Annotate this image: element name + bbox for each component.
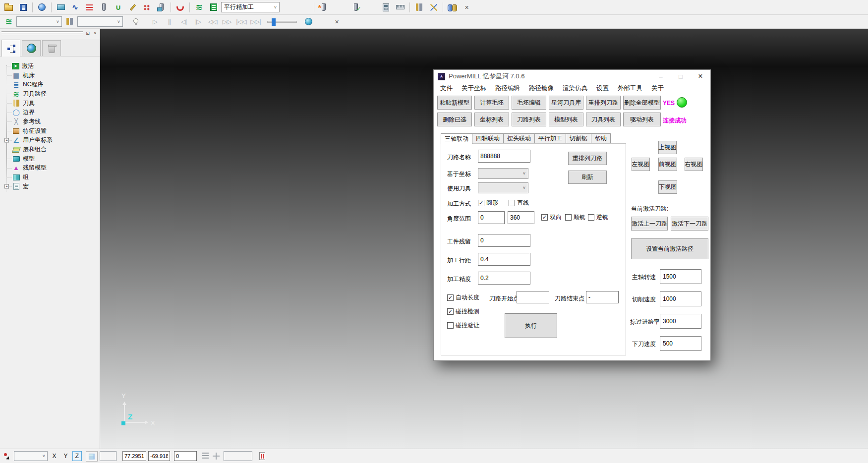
coord-z-input[interactable] — [174, 451, 197, 461]
view-left-button[interactable]: 左视图 — [632, 158, 650, 171]
expand-icon[interactable] — [4, 138, 9, 142]
axis-x-button[interactable]: X — [50, 451, 59, 461]
tree-item-levels[interactable]: 层和组合 — [3, 145, 100, 154]
use-tool-combo[interactable]: ˅ — [478, 182, 528, 193]
viewmill-coil-icon[interactable] — [192, 1, 206, 13]
drive-list-button[interactable]: 驱动列表 — [623, 113, 661, 126]
circle-checkbox[interactable] — [478, 200, 484, 206]
tab-3axis[interactable]: 三轴联动 — [441, 133, 472, 144]
auto-length-checkbox[interactable] — [447, 294, 454, 301]
panel-grip[interactable]: ⊡ × — [0, 29, 100, 39]
go-end-button[interactable]: ▷▷| — [249, 16, 262, 28]
axis-y-button[interactable]: Y — [61, 451, 70, 461]
lightbulb-icon[interactable] — [129, 16, 142, 28]
tab-parallel[interactable]: 平行加工 — [534, 133, 566, 144]
collision-avoid-checkbox[interactable] — [447, 322, 454, 329]
menu-path-mirror[interactable]: 路径镜像 — [524, 84, 558, 93]
save-icon[interactable] — [16, 1, 30, 13]
tree-item-stock-model[interactable]: 残留模型 — [3, 164, 100, 173]
snap-field[interactable] — [100, 451, 116, 461]
tool-pair-icon[interactable] — [412, 1, 426, 13]
plunge-input[interactable] — [660, 336, 701, 351]
coord-y-input[interactable] — [148, 451, 170, 461]
tree-item-macro[interactable]: 宏 — [3, 182, 100, 191]
tab-help[interactable]: 帮助 — [591, 133, 611, 144]
climb-checkbox[interactable] — [565, 214, 572, 221]
axis-z-button[interactable]: Z — [72, 451, 82, 461]
points-icon[interactable] — [140, 1, 154, 13]
view-bottom-button[interactable]: 下视图 — [658, 180, 677, 194]
toolpath-create-icon[interactable] — [68, 1, 82, 13]
cutting-input[interactable] — [660, 291, 701, 306]
minimize-icon[interactable] — [651, 70, 671, 83]
calculator-icon[interactable] — [379, 1, 393, 13]
locate-icon[interactable] — [213, 453, 220, 460]
tree-item-workplane[interactable]: 用户坐标系 — [3, 136, 100, 145]
expand-icon[interactable] — [4, 184, 9, 189]
block-icon[interactable] — [54, 1, 67, 13]
slider-knob[interactable] — [272, 18, 276, 26]
speed-slider[interactable] — [267, 21, 297, 23]
bidirectional-checkbox[interactable] — [541, 214, 548, 221]
tree-item-group[interactable]: 组 — [3, 173, 100, 182]
menu-external-tools[interactable]: 外部工具 — [613, 84, 647, 93]
tree-item-tool[interactable]: 刀具 — [3, 99, 100, 108]
tool-block-icon[interactable] — [155, 1, 168, 13]
blue-sphere-icon[interactable] — [35, 1, 49, 13]
close-icon[interactable] — [691, 70, 710, 83]
go-start-button[interactable]: |◁◁ — [234, 16, 248, 28]
tool-library-button[interactable]: 星河刀具库 — [549, 96, 583, 110]
menu-about[interactable]: 关于 — [647, 84, 668, 93]
fast-forward-button[interactable]: ▷▷ — [220, 16, 233, 28]
menu-path-edit[interactable]: 路径编辑 — [491, 84, 524, 93]
execute-button[interactable]: 执行 — [505, 313, 557, 338]
tool-check-icon[interactable] — [349, 1, 362, 13]
refresh-button[interactable]: 刷新 — [568, 171, 607, 184]
set-active-path-button[interactable]: 设置当前激活路径 — [631, 238, 708, 259]
activate-prev-button[interactable]: 激活上一刀路 — [631, 217, 668, 231]
tool-icon[interactable] — [97, 1, 111, 13]
tool-pair-icon[interactable] — [63, 16, 76, 28]
conventional-checkbox[interactable] — [588, 214, 594, 221]
toolpath-name-input[interactable] — [478, 150, 530, 163]
simulation-arc-icon[interactable] — [174, 1, 187, 13]
stepover-input[interactable] — [478, 253, 530, 266]
float-panel-button[interactable]: ⊡ — [85, 30, 91, 36]
block-edit-button[interactable]: 毛坯编辑 — [512, 96, 546, 110]
tool-list-button[interactable]: 刀具列表 — [586, 113, 621, 126]
maximize-icon[interactable] — [671, 70, 691, 83]
tool-combo[interactable]: ˅ — [77, 16, 123, 27]
delete-all-models-button[interactable]: 删除全部模型 — [623, 96, 661, 110]
dialog-titlebar[interactable]: PowerMILL 忆梦星河 7.0.6 — [434, 70, 710, 83]
end-point-input[interactable] — [586, 291, 619, 303]
rearrange-toolpaths-button[interactable]: 重排列刀路 — [586, 96, 621, 110]
grid-snap-button[interactable] — [86, 451, 98, 462]
open-file-icon[interactable] — [2, 1, 15, 13]
line-checkbox[interactable] — [509, 200, 515, 206]
measure-field[interactable] — [224, 451, 252, 461]
recycle-tab[interactable] — [42, 40, 61, 56]
tree-item-toolpath[interactable]: 刀具路径 — [3, 89, 100, 99]
viewmill-coil-icon[interactable] — [2, 16, 15, 28]
view-front-button[interactable]: 前视图 — [658, 158, 677, 171]
rewind-button[interactable]: ◁◁ — [206, 16, 219, 28]
angle-from-input[interactable] — [478, 211, 505, 224]
calc-block-button[interactable]: 计算毛坯 — [474, 96, 509, 110]
close-panel-button[interactable]: × — [92, 30, 98, 36]
boundary-tool-icon[interactable] — [112, 1, 125, 13]
clipboard-icon[interactable] — [259, 452, 265, 460]
tab-head[interactable]: 摆头联动 — [503, 133, 535, 144]
tool-star-icon[interactable] — [317, 1, 330, 13]
skim-input[interactable] — [660, 314, 701, 329]
workplane-combo[interactable]: ˅ — [14, 451, 48, 461]
angle-to-input[interactable] — [508, 211, 534, 224]
play-button[interactable]: ▷ — [148, 16, 162, 28]
tree-item-model[interactable]: 模型 — [3, 154, 100, 164]
menu-settings[interactable]: 设置 — [592, 84, 613, 93]
clock-icon[interactable] — [302, 16, 315, 28]
tab-4axis[interactable]: 四轴联动 — [472, 133, 504, 144]
tab-saw[interactable]: 切割锯 — [566, 133, 591, 144]
tree-item-activate[interactable]: 激活 — [3, 61, 100, 71]
collision-check-checkbox[interactable] — [447, 308, 454, 315]
tree-item-machine[interactable]: 机床 — [3, 71, 100, 80]
